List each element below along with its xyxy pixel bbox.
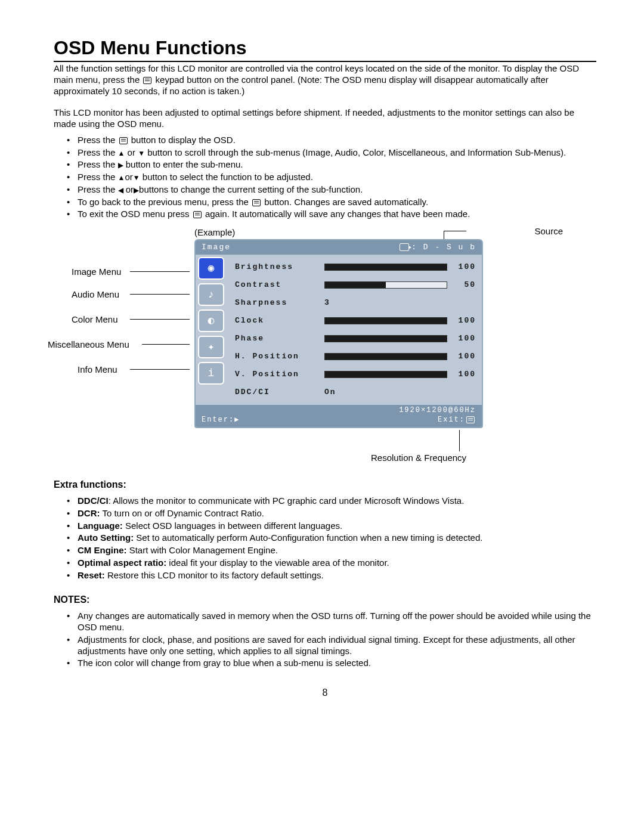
osd-enter-hint: Enter:▶	[202, 416, 240, 425]
osd-slider-bar[interactable]	[324, 317, 447, 324]
example-label: (Example)	[194, 227, 235, 239]
osd-settings-list: Brightness100Contrast50Sharpness3Clock10…	[230, 255, 482, 405]
list-item: Adjustments for clock, phase, and positi…	[54, 634, 596, 657]
osd-slider-bar[interactable]	[324, 335, 447, 342]
list-item: Any changes are automatically saved in m…	[54, 611, 596, 633]
osd-row-label: Sharpness	[235, 298, 324, 308]
list-item: Optimal aspect ratio: ideal fit your dis…	[54, 558, 596, 569]
osd-row[interactable]: Sharpness3	[235, 294, 476, 312]
up-triangle-icon: ▲	[118, 174, 125, 182]
osd-row-label: H. Position	[235, 352, 324, 361]
audio-menu-icon[interactable]: ♪	[198, 283, 224, 306]
osd-titlebar: Image : D - S u b	[196, 240, 482, 255]
left-triangle-icon: ◀	[118, 186, 123, 194]
osd-side-icons: ◉ ♪ ◐ ✦ i	[196, 255, 230, 405]
menu-icon	[193, 211, 202, 218]
list-item: The icon color will change from gray to …	[54, 658, 596, 669]
menu-icon	[143, 77, 151, 84]
osd-row-value: 50	[452, 280, 476, 290]
osd-row[interactable]: Phase100	[235, 330, 476, 348]
step-7: To exit the OSD menu press again. It aut…	[54, 209, 596, 220]
osd-row[interactable]: Brightness100	[235, 258, 476, 276]
annotation-audio-menu: Audio Menu	[72, 289, 119, 301]
menu-icon	[252, 199, 261, 206]
menu-icon	[466, 416, 475, 423]
osd-row-value: 100	[452, 262, 476, 272]
osd-menu-title: Image	[202, 243, 231, 252]
input-source-icon	[400, 243, 409, 251]
step-4: Press the ▲or▼ button to select the func…	[54, 172, 596, 183]
extra-functions-heading: Extra functions:	[54, 479, 596, 491]
annotation-image-menu: Image Menu	[72, 267, 121, 278]
osd-row-value: 100	[452, 316, 476, 326]
image-menu-icon[interactable]: ◉	[198, 257, 224, 280]
osd-row-label: Phase	[235, 334, 324, 343]
annotation-resolution-frequency: Resolution & Frequency	[371, 453, 466, 464]
notes-list: Any changes are automatically saved in m…	[54, 611, 596, 669]
osd-row-value: 3	[324, 298, 330, 308]
step-2: Press the ▲ or ▼ button to scroll throug…	[54, 147, 596, 159]
annotation-misc-menu: Miscellaneous Menu	[48, 339, 129, 351]
step-5: Press the ◀ or▶buttons to change the cur…	[54, 184, 596, 196]
osd-row[interactable]: Contrast50	[235, 276, 476, 294]
osd-row-label: Brightness	[235, 262, 324, 272]
right-triangle-icon: ▶	[134, 186, 139, 194]
osd-resolution-block: 1920×1200@60Hz Exit:	[399, 406, 476, 425]
annotation-color-menu: Color Menu	[72, 314, 118, 326]
osd-slider-bar[interactable]	[324, 281, 447, 289]
osd-row[interactable]: DDC/CIOn	[235, 383, 476, 401]
list-item: Language: Select OSD languages in betwee…	[54, 521, 596, 532]
osd-row-label: DDC/CI	[235, 388, 324, 397]
notes-heading: NOTES:	[54, 594, 596, 606]
osd-row[interactable]: Clock100	[235, 312, 476, 330]
osd-example: (Example) Source Image Menu Audio Menu C…	[54, 227, 596, 466]
osd-row[interactable]: H. Position100	[235, 348, 476, 366]
osd-row-value: On	[324, 388, 336, 397]
osd-exit-hint: Exit:	[399, 416, 476, 425]
osd-resolution: 1920×1200@60Hz	[399, 406, 476, 416]
list-item: DCR: To turn on or off Dynamic Contract …	[54, 508, 596, 519]
annotation-info-menu: Info Menu	[78, 364, 117, 376]
osd-slider-bar[interactable]	[324, 371, 447, 378]
osd-source: : D - S u b	[400, 243, 476, 252]
osd-row-value: 100	[452, 334, 476, 343]
osd-footer: Enter:▶ 1920×1200@60Hz Exit:	[196, 405, 482, 427]
menu-icon	[119, 137, 128, 144]
annotation-source: Source	[534, 226, 563, 237]
page-number: 8	[54, 687, 596, 699]
osd-row-label: Contrast	[235, 280, 324, 290]
right-triangle-icon: ▶	[234, 416, 240, 424]
step-1: Press the button to display the OSD.	[54, 135, 596, 146]
instructions-list: Press the button to display the OSD. Pre…	[54, 135, 596, 220]
osd-window: Image : D - S u b ◉ ♪ ◐ ✦ i Brightness10…	[194, 239, 483, 428]
page-title: OSD Menu Functions	[54, 36, 596, 62]
right-triangle-icon: ▶	[118, 161, 123, 169]
list-item: Reset: Restore this LCD monitor to its f…	[54, 570, 596, 581]
info-menu-icon[interactable]: i	[198, 362, 224, 385]
step-3: Press the ▶ button to enter the sub-menu…	[54, 159, 596, 171]
list-item: CM Engine: Start with Color Management E…	[54, 545, 596, 556]
list-item: Auto Setting: Set to automatically perfo…	[54, 532, 596, 544]
osd-row-label: Clock	[235, 316, 324, 326]
up-triangle-icon: ▲	[118, 149, 125, 157]
down-triangle-icon: ▼	[138, 149, 145, 157]
step-6: To go back to the previous menu, press t…	[54, 197, 596, 208]
osd-slider-bar[interactable]	[324, 264, 447, 271]
osd-row[interactable]: V. Position100	[235, 366, 476, 383]
misc-menu-icon[interactable]: ✦	[198, 336, 224, 358]
list-item: DDC/CI: Allows the monitor to communicat…	[54, 496, 596, 507]
color-menu-icon[interactable]: ◐	[198, 309, 224, 332]
osd-slider-bar[interactable]	[324, 353, 447, 360]
down-triangle-icon: ▼	[133, 174, 140, 182]
osd-row-value: 100	[452, 370, 476, 379]
osd-row-label: V. Position	[235, 370, 324, 379]
osd-row-value: 100	[452, 352, 476, 361]
intro-paragraph-2: This LCD monitor has been adjusted to op…	[54, 107, 596, 130]
intro-paragraph-1: All the function settings for this LCD m…	[54, 63, 596, 97]
extra-functions-list: DDC/CI: Allows the monitor to communicat…	[54, 496, 596, 581]
